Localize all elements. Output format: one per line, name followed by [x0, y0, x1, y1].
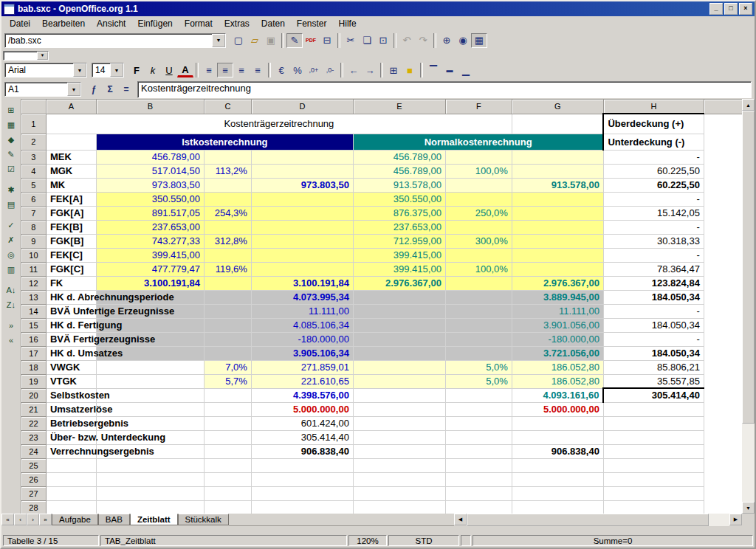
row-header-6[interactable]: 6	[21, 192, 46, 206]
insert-cells-icon[interactable]: ▦	[2, 117, 19, 132]
column-header-E[interactable]: E	[353, 100, 445, 114]
cell-F26[interactable]	[445, 472, 512, 486]
cell-A25[interactable]	[46, 458, 96, 472]
open-document-icon[interactable]: ▱	[247, 33, 263, 48]
cell-B26[interactable]	[96, 472, 204, 486]
cell-B8[interactable]: 237.653,00	[96, 220, 204, 234]
cell-B25[interactable]	[96, 458, 204, 472]
scroll-down-icon[interactable]: ▼	[742, 502, 755, 514]
cell-D8[interactable]	[251, 220, 353, 234]
dropdown-arrow-icon[interactable]: ▼	[212, 34, 225, 47]
cell-F12[interactable]	[445, 276, 512, 290]
scroll-up-icon[interactable]: ▲	[742, 99, 755, 111]
font-name-value[interactable]: Arial	[5, 63, 73, 77]
menu-item-8[interactable]: Hilfe	[333, 18, 362, 30]
cell-D13[interactable]: 4.073.995,34	[251, 290, 353, 304]
row-header-14[interactable]: 14	[21, 304, 46, 318]
cell-D19[interactable]: 221.610,65	[251, 374, 353, 388]
maximize-button[interactable]: □	[724, 3, 738, 15]
align-center-icon[interactable]: ≡	[217, 63, 233, 77]
cell-H13[interactable]: 184.050,34	[603, 290, 704, 304]
gallery-icon[interactable]: ▦	[471, 33, 487, 48]
cell-A17[interactable]: HK d. Umsatzes	[46, 346, 96, 360]
row-header-3[interactable]: 3	[21, 150, 46, 164]
cell-E6[interactable]: 350.550,00	[353, 192, 445, 206]
cell-E18[interactable]	[353, 360, 445, 374]
cell-F13[interactable]	[445, 290, 512, 304]
formula-input[interactable]: Kostenträgerzeitrechnung	[137, 81, 752, 98]
cell-E14[interactable]	[353, 304, 445, 318]
cell-B6[interactable]: 350.550,00	[96, 192, 204, 206]
data-sources-icon[interactable]: ▥	[2, 262, 19, 277]
cell-F25[interactable]	[445, 458, 512, 472]
horizontal-scroll-thumb[interactable]	[467, 514, 709, 526]
row-header-7[interactable]: 7	[21, 206, 46, 220]
next-sheet-button[interactable]: ›	[27, 514, 39, 525]
cell-C28[interactable]	[204, 500, 251, 514]
menu-item-3[interactable]: Einfügen	[131, 18, 178, 30]
cell-F16[interactable]	[445, 332, 512, 346]
cell-D5[interactable]: 973.803,50	[251, 178, 353, 192]
cell-D16[interactable]: -180.000,00	[251, 332, 353, 346]
undo-icon[interactable]: ↶	[399, 33, 415, 48]
cell-C4[interactable]: 113,2%	[204, 164, 251, 178]
cell-G3[interactable]	[512, 150, 603, 164]
cell-E5[interactable]: 913.578,00	[353, 178, 445, 192]
column-header-B[interactable]: B	[96, 100, 204, 114]
cell-A5[interactable]: MK	[46, 178, 96, 192]
align-right-icon[interactable]: ≡	[233, 63, 250, 77]
cell-A23[interactable]: Über- bzw. Unterdeckung	[46, 430, 96, 444]
dropdown-arrow-icon[interactable]: ▼	[73, 63, 86, 77]
cell-H5[interactable]: 60.225,50	[603, 178, 704, 192]
cell-D6[interactable]	[251, 192, 353, 206]
row-header-11[interactable]: 11	[21, 262, 46, 276]
previous-sheet-button[interactable]: ‹	[14, 514, 27, 525]
cell-B20[interactable]	[96, 388, 204, 402]
cell-G6[interactable]	[512, 192, 603, 206]
sheet-tab-aufgabe[interactable]: Aufgabe	[52, 514, 98, 525]
cell-E2[interactable]: Normalkostenrechnung	[353, 134, 603, 150]
cell-C24[interactable]	[204, 444, 251, 458]
cell-H18[interactable]: 85.806,21	[603, 360, 704, 374]
column-header-C[interactable]: C	[204, 100, 251, 114]
cell-F21[interactable]	[445, 402, 512, 416]
cell-E8[interactable]: 237.653,00	[353, 220, 445, 234]
cell-A11[interactable]: FGK[C]	[46, 262, 96, 276]
cell-H19[interactable]: 35.557,85	[603, 374, 704, 388]
cell-C5[interactable]	[204, 178, 251, 192]
group-icon[interactable]: »	[2, 318, 19, 333]
insert-icon[interactable]: ⊞	[2, 103, 19, 117]
cell-D9[interactable]	[251, 234, 353, 248]
menu-item-2[interactable]: Ansicht	[91, 18, 131, 30]
cell-G22[interactable]	[512, 416, 603, 430]
cell-A12[interactable]: FK	[46, 276, 96, 290]
sheet-tab-bab[interactable]: BAB	[98, 514, 130, 525]
cell-D17[interactable]: 3.905.106,34	[251, 346, 353, 360]
cell-H10[interactable]: -	[603, 248, 704, 262]
url-combo[interactable]: /bab.sxc ▼	[4, 33, 226, 48]
align-justify-icon[interactable]: ≡	[250, 63, 266, 77]
url-value[interactable]: /bab.sxc	[5, 34, 212, 47]
cell-C25[interactable]	[204, 458, 251, 472]
row-header-27[interactable]: 27	[21, 486, 46, 500]
cell-D26[interactable]	[251, 472, 353, 486]
row-header-16[interactable]: 16	[21, 332, 46, 346]
vertical-scroll-thumb[interactable]	[742, 111, 755, 424]
row-header-20[interactable]: 20	[21, 388, 46, 402]
paste-icon[interactable]: ⊡	[375, 33, 391, 48]
hyperlink-icon[interactable]: ◉	[455, 33, 471, 48]
cell-H9[interactable]: 30.318,33	[603, 234, 704, 248]
cell-H28[interactable]	[603, 500, 704, 514]
cell-C3[interactable]	[204, 150, 251, 164]
cell-F8[interactable]	[445, 220, 512, 234]
cell-D7[interactable]	[251, 206, 353, 220]
cell-D21[interactable]: 5.000.000,00	[251, 402, 353, 416]
cell-B11[interactable]: 477.779,47	[96, 262, 204, 276]
cell-F11[interactable]: 100,0%	[445, 262, 512, 276]
cell-G27[interactable]	[512, 486, 603, 500]
column-header-F[interactable]: F	[445, 100, 512, 114]
cell-B18[interactable]	[96, 360, 204, 374]
font-size-value[interactable]: 14	[92, 63, 110, 77]
cell-A14[interactable]: BVÄ Unfertige Erzeugnisse	[46, 304, 96, 318]
cell-G7[interactable]	[512, 206, 603, 220]
